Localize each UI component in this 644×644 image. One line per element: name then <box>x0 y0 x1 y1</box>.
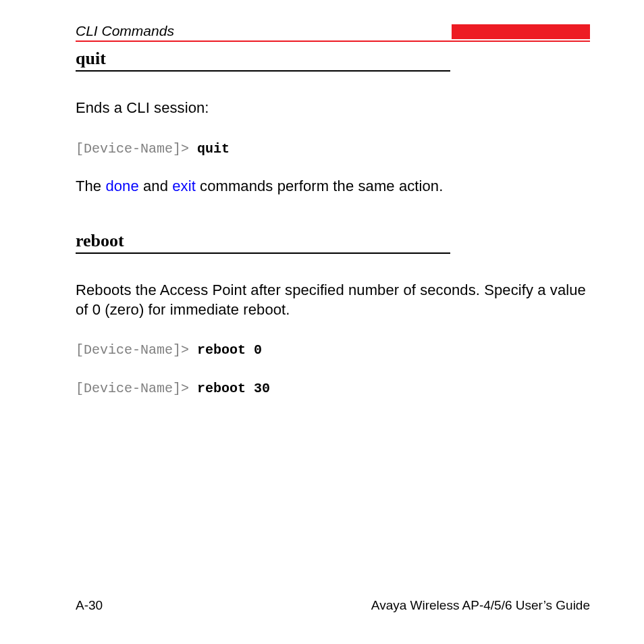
page-header: CLI Commands <box>76 23 590 42</box>
link-exit[interactable]: exit <box>172 178 196 194</box>
quit-description: Ends a CLI session: <box>76 99 590 118</box>
code-command: reboot 30 <box>197 381 270 396</box>
section-heading-quit: quit <box>76 49 450 72</box>
text-fragment: and <box>139 178 172 194</box>
reboot-code-example-2: [Device-Name]> reboot 30 <box>76 381 590 396</box>
text-fragment: The <box>76 178 105 194</box>
quit-code-example: [Device-Name]> quit <box>76 141 590 157</box>
code-prompt: [Device-Name]> <box>76 342 189 358</box>
code-command: reboot 0 <box>197 342 262 358</box>
page: CLI Commands quit Ends a CLI session: [D… <box>0 0 644 644</box>
text-fragment: commands perform the same action. <box>196 178 444 194</box>
code-prompt: [Device-Name]> <box>76 141 189 157</box>
header-section-title: CLI Commands <box>76 23 174 39</box>
section-heading-reboot: reboot <box>76 231 450 254</box>
code-prompt: [Device-Name]> <box>76 381 189 396</box>
footer-book-title: Avaya Wireless AP-4/5/6 User’s Guide <box>371 598 590 613</box>
header-accent-bar <box>452 24 590 39</box>
footer-page-number: A-30 <box>76 598 103 613</box>
code-command: quit <box>197 141 230 157</box>
page-footer: A-30 Avaya Wireless AP-4/5/6 User’s Guid… <box>76 598 590 613</box>
quit-related-commands: The done and exit commands perform the s… <box>76 177 590 196</box>
link-done[interactable]: done <box>105 178 138 194</box>
reboot-description: Reboots the Access Point after specified… <box>76 281 590 319</box>
reboot-code-example-1: [Device-Name]> reboot 0 <box>76 342 590 358</box>
